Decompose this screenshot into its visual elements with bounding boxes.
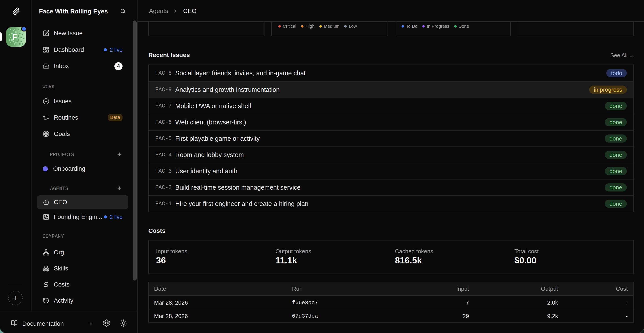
- svg-text:F: F: [12, 32, 17, 41]
